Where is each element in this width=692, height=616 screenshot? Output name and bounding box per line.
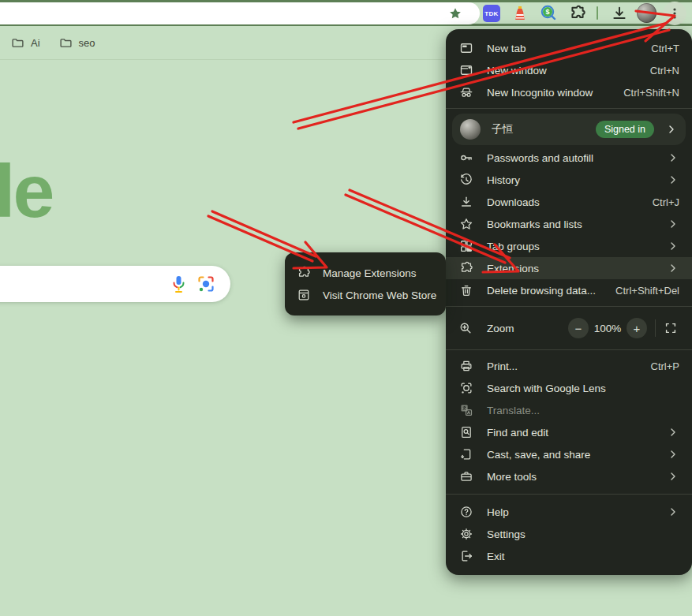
menu-item-new-window[interactable]: New window Ctrl+N (446, 59, 692, 81)
menu-item-new-incognito-window[interactable]: New Incognito window Ctrl+Shift+N (446, 81, 692, 103)
menu-separator (446, 306, 692, 307)
menu-item-shortcut: Ctrl+T (651, 43, 679, 54)
zoom-magnifier-icon (458, 321, 474, 335)
menu-item-label: Find and edit (487, 427, 657, 439)
menu-item-shortcut: Ctrl+Shift+Del (615, 285, 679, 297)
menu-profile-row[interactable]: 子恒 Signed in (452, 114, 686, 145)
find-icon (458, 424, 474, 440)
kebab-menu-icon (668, 6, 682, 21)
exit-icon (458, 548, 474, 564)
chevron-right-icon (667, 506, 679, 518)
menu-item-new-tab[interactable]: New tab Ctrl+T (446, 37, 692, 59)
menu-item-exit[interactable]: Exit (446, 545, 692, 567)
menu-zoom-row: Zoom − 100% + (446, 312, 692, 345)
menu-item-tab-groups[interactable]: Tab groups (446, 235, 692, 257)
menu-item-bookmarks-lists[interactable]: Bookmarks and lists (446, 213, 692, 235)
menu-item-label: Settings (487, 528, 679, 540)
menu-item-help[interactable]: Help (446, 501, 692, 523)
fullscreen-icon[interactable] (664, 321, 679, 335)
browser-window: { "toolbar": { "tdk_label": "TDK", "book… (0, 0, 692, 616)
submenu-item-label: Visit Chrome Web Store (323, 289, 436, 301)
extension-tdk-icon[interactable]: TDK (483, 5, 500, 22)
menu-separator (446, 108, 692, 109)
cast-icon (458, 446, 474, 462)
menu-item-print[interactable]: Print... Ctrl+P (446, 355, 692, 377)
menu-item-passwords-autofill[interactable]: Passwords and autofill (446, 147, 692, 169)
bookmark-folder-label: seo (79, 37, 95, 49)
address-bar[interactable] (0, 2, 480, 24)
menu-item-more-tools[interactable]: More tools (446, 465, 692, 487)
puzzle-icon (458, 260, 474, 276)
browser-menu-button[interactable] (663, 2, 686, 25)
profile-avatar[interactable] (637, 3, 656, 23)
menu-item-label: Print... (487, 360, 642, 372)
chevron-right-icon (667, 174, 679, 186)
zoom-value: 100% (589, 323, 627, 334)
google-logo-fragment: le (0, 148, 52, 234)
chevron-right-icon (665, 123, 678, 136)
zoom-separator (655, 319, 656, 337)
signed-in-badge: Signed in (596, 121, 654, 138)
bookmark-folder-label: Ai (31, 37, 40, 49)
submenu-item-visit-chrome-web-store[interactable]: Visit Chrome Web Store (285, 284, 446, 306)
lens-mono-icon (458, 380, 474, 396)
tab-groups-icon (458, 238, 474, 254)
menu-item-delete-browsing-data[interactable]: Delete browsing data... Ctrl+Shift+Del (446, 279, 692, 301)
chevron-right-icon (667, 448, 679, 461)
menu-item-label: New tab (487, 43, 642, 54)
search-input[interactable] (0, 266, 230, 302)
toolbar-separator (597, 6, 598, 20)
menu-item-label: History (487, 174, 657, 186)
help-icon (458, 504, 474, 520)
extension-lighthouse-icon[interactable] (511, 4, 529, 23)
menu-item-label: Passwords and autofill (487, 152, 657, 164)
gear-icon (458, 526, 474, 542)
menu-item-shortcut: Ctrl+N (650, 65, 679, 77)
chevron-right-icon (667, 151, 679, 164)
key-icon (458, 150, 474, 166)
zoom-in-button[interactable]: + (627, 318, 647, 338)
google-lens-icon[interactable] (197, 275, 215, 293)
translate-icon (458, 402, 474, 418)
menu-item-label: Tab groups (487, 241, 657, 252)
menu-item-shortcut: Ctrl+J (653, 196, 679, 208)
chevron-right-icon (667, 240, 679, 252)
incognito-icon (458, 84, 474, 100)
new-tab-icon (458, 40, 474, 56)
new-window-icon (458, 62, 474, 78)
menu-item-shortcut: Ctrl+Shift+N (623, 87, 679, 99)
bookmark-star-icon[interactable] (448, 6, 462, 21)
chevron-right-icon (667, 470, 679, 483)
menu-item-settings[interactable]: Settings (446, 523, 692, 545)
menu-item-extensions[interactable]: Extensions (446, 257, 692, 279)
extensions-puzzle-icon[interactable] (569, 5, 586, 22)
puzzle-icon (296, 265, 312, 281)
svg-text:$: $ (545, 8, 549, 16)
menu-item-cast-save-share[interactable]: Cast, save, and share (446, 443, 692, 465)
menu-item-translate: Translate... (446, 399, 692, 421)
star-icon (458, 216, 474, 232)
menu-item-label: New Incognito window (487, 87, 614, 99)
profile-avatar (460, 119, 481, 140)
menu-item-label: Bookmarks and lists (487, 218, 657, 230)
history-icon (458, 172, 474, 188)
bookmark-folder-ai[interactable]: Ai (11, 36, 40, 50)
menu-item-history[interactable]: History (446, 169, 692, 191)
menu-item-label: More tools (487, 471, 657, 483)
bookmark-folder-seo[interactable]: seo (59, 36, 95, 50)
menu-item-label: Downloads (487, 196, 643, 208)
menu-item-label: Delete browsing data... (487, 285, 606, 297)
menu-item-label: Translate... (487, 405, 679, 416)
menu-item-downloads[interactable]: Downloads Ctrl+J (446, 191, 692, 213)
menu-item-search-google-lens[interactable]: Search with Google Lens (446, 377, 692, 399)
chevron-right-icon (667, 426, 679, 439)
menu-item-label: Cast, save, and share (487, 449, 657, 461)
extension-seo-dollar-icon[interactable]: $ (539, 4, 558, 23)
menu-item-label: Extensions (487, 263, 657, 274)
downloads-toolbar-icon[interactable] (611, 5, 628, 22)
submenu-item-manage-extensions[interactable]: Manage Extensions (285, 262, 446, 284)
voice-search-mic-icon[interactable] (172, 275, 185, 293)
menu-item-find-and-edit[interactable]: Find and edit (446, 421, 692, 443)
folder-icon (59, 36, 73, 50)
zoom-out-button[interactable]: − (568, 318, 589, 338)
